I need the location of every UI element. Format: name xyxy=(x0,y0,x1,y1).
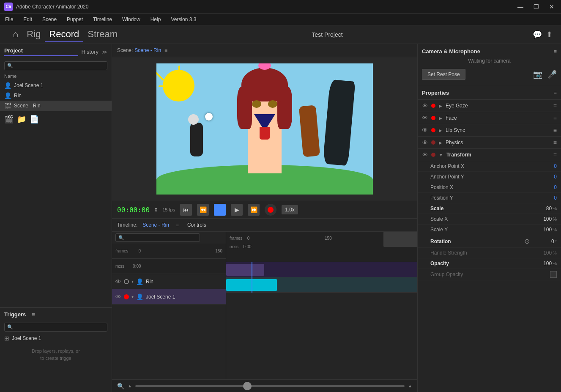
prop-group-header-eye-gaze[interactable]: 👁 ▶ Eye Gaze ≡ xyxy=(418,100,561,112)
menu-puppet[interactable]: Puppet xyxy=(65,16,85,23)
export-icon[interactable]: ⬆ xyxy=(546,30,553,39)
lip-sync-menu-icon[interactable]: ≡ xyxy=(553,127,557,134)
opacity-value[interactable]: 100 xyxy=(531,260,552,266)
triggers-scene-item[interactable]: ⊞ Joel Scene 1 xyxy=(0,333,112,343)
rig-button[interactable]: Rig xyxy=(22,27,45,42)
physics-menu-icon[interactable]: ≡ xyxy=(553,139,557,146)
triggers-menu-icon[interactable]: ≡ xyxy=(32,311,35,318)
speed-button[interactable]: 1.0x xyxy=(282,205,298,214)
menu-file[interactable]: File xyxy=(3,16,15,23)
home-button[interactable]: ⌂ xyxy=(8,27,22,42)
properties-menu-icon[interactable]: ≡ xyxy=(553,90,557,96)
track-eye-joel[interactable]: 👁 xyxy=(115,293,121,300)
eye-gaze-menu-icon[interactable]: ≡ xyxy=(553,102,557,109)
play-button[interactable]: ▶ xyxy=(231,204,243,216)
project-search-input[interactable] xyxy=(15,63,104,69)
new-scene-button[interactable]: 🎬 xyxy=(4,115,14,124)
face-visibility-icon[interactable]: 👁 xyxy=(422,115,428,121)
rotation-reset-icon[interactable]: ⊙ xyxy=(524,237,530,245)
step-back-button[interactable]: ⏪ xyxy=(197,204,209,216)
track-eye-rin[interactable]: 👁 xyxy=(115,278,121,285)
scene-menu-button[interactable]: ≡ xyxy=(164,47,167,53)
anchor-x-label: Anchor Point X xyxy=(430,163,536,169)
mic-icon[interactable]: 🎤 xyxy=(547,70,557,79)
scene-icon-rin: 🎬 xyxy=(4,102,11,109)
scale-y-value[interactable]: 100 xyxy=(531,227,552,233)
toolbar: ⌂ Rig Record Stream Test Project 💬 ⬆ xyxy=(0,25,561,44)
stream-button[interactable]: Stream xyxy=(83,27,122,42)
track-chevron-rin[interactable]: ▾ xyxy=(131,279,134,284)
position-y-value[interactable]: 0 xyxy=(536,195,557,201)
scale-value[interactable]: 80 xyxy=(531,206,552,211)
properties-title: Properties xyxy=(422,90,553,96)
skip-back-button[interactable]: ⏮ xyxy=(180,204,192,216)
prop-group-header-physics[interactable]: 👁 ▶ Physics ≡ xyxy=(418,137,561,148)
anchor-x-value[interactable]: 0 xyxy=(536,163,557,169)
zoom-arrow-right[interactable]: ▲ xyxy=(408,384,412,388)
prop-group-header-face[interactable]: 👁 ▶ Face ≡ xyxy=(418,112,561,124)
scene-label: Scene: xyxy=(117,47,133,53)
camera-icon[interactable]: 📷 xyxy=(533,70,542,79)
zoom-out-icon[interactable]: 🔍 xyxy=(117,383,124,389)
face-menu-icon[interactable]: ≡ xyxy=(553,115,557,121)
ruler-scrollbar[interactable] xyxy=(383,232,417,247)
maximize-button[interactable]: ❐ xyxy=(531,3,542,11)
expand-icon[interactable]: ≫ xyxy=(102,49,107,55)
track-record-rin[interactable] xyxy=(124,279,129,284)
record-button[interactable]: Record xyxy=(45,27,83,42)
timeline-search-input[interactable] xyxy=(115,233,200,242)
camera-menu-icon[interactable]: ≡ xyxy=(553,48,557,55)
project-item-joel[interactable]: 👤 Joel Scene 1 xyxy=(0,80,112,90)
record-button[interactable] xyxy=(265,204,276,216)
triggers-search: 🔍 xyxy=(4,323,107,332)
lip-sync-visibility-icon[interactable]: 👁 xyxy=(422,127,428,134)
track-record-joel[interactable] xyxy=(124,294,129,299)
eye-gaze-visibility-icon[interactable]: 👁 xyxy=(422,102,428,109)
camera-waiting-text: Waiting for camera xyxy=(422,55,557,67)
project-item-scene-rin[interactable]: 🎬 Scene - Rin xyxy=(0,101,112,111)
timeline-tracks: frames 0 150 m:ss 0:00 👁 ▾ 👤 Rin xyxy=(112,232,226,379)
timeline-menu-icon[interactable]: ≡ xyxy=(176,222,179,228)
controls-button[interactable]: Controls xyxy=(184,221,210,229)
zoom-arrow-left[interactable]: ▲ xyxy=(128,384,132,388)
track-chevron-joel[interactable]: ▾ xyxy=(131,294,134,299)
menu-help[interactable]: Help xyxy=(149,16,163,23)
menu-edit[interactable]: Edit xyxy=(22,16,34,23)
rotation-value[interactable]: 0 xyxy=(533,238,554,244)
position-x-value[interactable]: 0 xyxy=(536,184,557,190)
group-opacity-checkbox[interactable] xyxy=(550,271,557,278)
clip-rin[interactable] xyxy=(226,264,264,276)
step-forward-button[interactable]: ⏩ xyxy=(248,204,260,216)
handle-strength-value[interactable]: 100 xyxy=(531,250,552,256)
anchor-y-value[interactable]: 0 xyxy=(536,174,557,180)
new-folder-button[interactable]: 📁 xyxy=(17,115,26,124)
menu-window[interactable]: Window xyxy=(120,16,142,23)
project-item-rin[interactable]: 👤 Rin xyxy=(0,90,112,101)
triggers-search-icon: 🔍 xyxy=(7,324,13,330)
history-tab[interactable]: History xyxy=(82,49,99,55)
zoom-slider-thumb[interactable] xyxy=(243,382,252,390)
transform-visibility-icon[interactable]: 👁 xyxy=(422,151,428,158)
menu-timeline[interactable]: Timeline xyxy=(91,16,114,23)
menu-scene[interactable]: Scene xyxy=(41,16,58,23)
stop-button[interactable] xyxy=(214,204,226,216)
triggers-search-input[interactable] xyxy=(15,325,104,330)
mss-0: 0:00 xyxy=(133,264,141,269)
physics-visibility-icon[interactable]: 👁 xyxy=(422,139,428,146)
transform-header[interactable]: 👁 ▼ Transform ≡ xyxy=(418,149,561,161)
close-button[interactable]: ✕ xyxy=(547,3,557,11)
triggers-scene-name: Joel Scene 1 xyxy=(12,335,41,341)
physics-expand-icon: ▶ xyxy=(439,140,442,145)
project-tab[interactable]: Project xyxy=(4,47,78,56)
new-item-button[interactable]: 📄 xyxy=(30,115,39,124)
prop-row-anchor-y: Anchor Point Y 0 xyxy=(418,172,561,182)
scale-x-value[interactable]: 100 xyxy=(531,216,552,222)
playhead[interactable] xyxy=(252,262,252,293)
toolbar-right: 💬 ⬆ xyxy=(533,30,553,39)
set-rest-pose-button[interactable]: Set Rest Pose xyxy=(422,69,465,80)
camera-title: Camera & Microphone ≡ xyxy=(422,48,557,55)
chat-icon[interactable]: 💬 xyxy=(533,30,542,39)
transform-menu-icon[interactable]: ≡ xyxy=(553,151,557,158)
minimize-button[interactable]: — xyxy=(515,3,526,11)
prop-group-header-lip-sync[interactable]: 👁 ▶ Lip Sync ≡ xyxy=(418,124,561,136)
